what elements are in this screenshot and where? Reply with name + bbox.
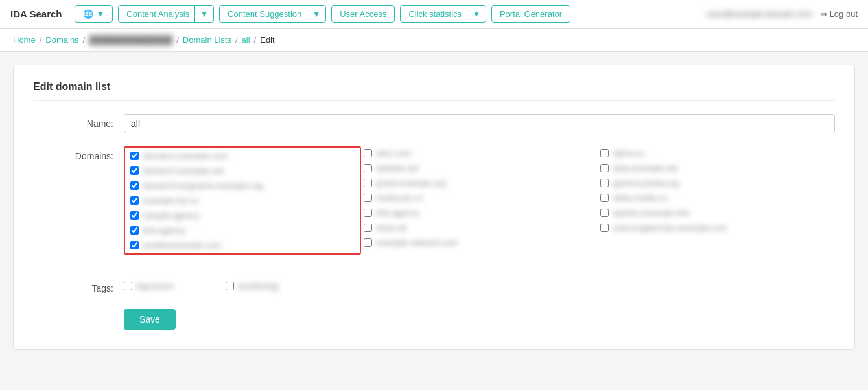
domain-checkbox-2-2[interactable]: [364, 164, 372, 172]
domain-label-3-6: zeta.longdomain.example.com: [613, 223, 727, 233]
breadcrumb-sep-3: /: [176, 35, 179, 45]
domain-checkbox-3-5[interactable]: [600, 209, 609, 217]
domain-label-1-6: test.agency: [143, 225, 186, 235]
breadcrumb-sep-1: /: [40, 35, 42, 45]
domain-checkbox-1-7[interactable]: [130, 241, 139, 249]
domain-label-2-1: site1.com: [376, 148, 412, 158]
domain-checkbox-2-3[interactable]: [364, 179, 372, 187]
user-access-button[interactable]: User Access: [331, 5, 395, 23]
domain-checkbox-1-2[interactable]: [130, 166, 139, 175]
tags-field: tag1name anothertag: [124, 281, 835, 291]
tag-item-2: anothertag: [226, 281, 278, 291]
tag-checkbox-2[interactable]: [226, 282, 234, 290]
domain-checkbox-3-1[interactable]: [600, 149, 609, 157]
domain-label-1-2: domain2.example.net: [143, 166, 223, 176]
main-content: Edit domain list Name: Domains: domain1.…: [0, 52, 868, 363]
breadcrumb-edit: Edit: [260, 35, 274, 45]
form-divider: [33, 268, 835, 268]
breadcrumb-sep-5: /: [254, 35, 257, 45]
domain-label-2-2: website.net: [376, 163, 419, 173]
domain-label-1-4: example.biz.co: [143, 196, 199, 205]
tag-checkbox-1[interactable]: [124, 282, 132, 290]
tag-item-1: tag1name: [124, 281, 174, 291]
user-email: user@example-domain.com: [707, 9, 812, 19]
domain-checkbox-3-4[interactable]: [600, 194, 609, 202]
domain-label-1-1: domain1.example.com: [143, 151, 228, 161]
logout-button[interactable]: ⇒ Log out: [820, 9, 858, 19]
domain-label-3-2: beta.example.net: [613, 163, 677, 173]
content-suggestion-button[interactable]: Content Suggestion: [219, 5, 310, 23]
breadcrumb-domain-lists[interactable]: Domain Lists: [183, 35, 231, 45]
domain-checkbox-2-6[interactable]: [364, 224, 372, 232]
list-item: test.agency: [128, 224, 357, 237]
breadcrumb-home[interactable]: Home: [13, 35, 36, 45]
domain-checkbox-1-4[interactable]: [130, 196, 139, 205]
list-item: epsilon.example.info: [598, 206, 835, 220]
name-label: Name:: [33, 114, 124, 133]
click-statistics-button[interactable]: Click statistics: [400, 5, 470, 23]
domain-checkbox-2-1[interactable]: [364, 149, 372, 157]
list-item: example.biz.co: [128, 194, 357, 207]
breadcrumb-domains[interactable]: Domains: [45, 35, 78, 45]
tags-row: Tags: tag1name anothertag: [33, 279, 835, 293]
domains-row: Domains: domain1.example.com domain2.exa…: [33, 146, 835, 255]
tag-label-2: anothertag: [238, 281, 278, 291]
domains-col-2: site1.com website.net portal.example.org: [361, 146, 598, 255]
content-analysis-button[interactable]: Content Analysis: [118, 5, 198, 23]
list-item: domain2.example.net: [128, 164, 357, 178]
list-item: gamma.portal.org: [598, 176, 835, 190]
list-item: media.biz.co: [361, 191, 598, 205]
tags-label: Tags:: [33, 279, 124, 293]
app-title: IDA Search: [10, 8, 62, 19]
domain-label-2-6: news.uk: [376, 223, 407, 233]
globe-dropdown-icon: ▼: [96, 9, 104, 19]
domains-label: Domains:: [33, 146, 124, 255]
globe-icon: 🌐: [83, 9, 93, 19]
domain-label-2-4: media.biz.co: [376, 193, 423, 203]
domain-label-3-5: epsilon.example.info: [613, 208, 690, 218]
breadcrumb-sep-4: /: [235, 35, 238, 45]
domain-checkbox-1-1[interactable]: [130, 152, 139, 160]
domain-checkbox-1-5[interactable]: [130, 211, 139, 220]
domains-col-3: alpha.co beta.example.net gamma.portal.o…: [598, 146, 835, 255]
domain-checkbox-3-2[interactable]: [600, 164, 609, 172]
domain-label-3-3: gamma.portal.org: [613, 178, 679, 188]
domain-checkbox-2-5[interactable]: [364, 209, 372, 217]
domains-grid: domain1.example.com domain2.example.net …: [124, 146, 835, 255]
domain-label-2-5: info.agency: [376, 208, 419, 218]
content-suggestion-group: Content Suggestion ▼: [219, 5, 326, 23]
breadcrumb-domain-name: ██████████████: [89, 35, 172, 45]
domain-checkbox-1-3[interactable]: [130, 181, 139, 190]
top-navigation: IDA Search 🌐 ▼ Content Analysis ▼ Conten…: [0, 0, 868, 29]
list-item: news.uk: [361, 221, 598, 235]
list-item: domain3.longname.example.org: [128, 179, 357, 192]
domain-label-3-1: alpha.co: [613, 148, 644, 158]
domains-field: domain1.example.com domain2.example.net …: [124, 146, 835, 255]
name-field-container: [124, 114, 835, 133]
list-item: example.network.com: [361, 236, 598, 249]
portal-generator-button[interactable]: Portal Generator: [491, 5, 570, 23]
list-item: site1.com: [361, 146, 598, 160]
domain-checkbox-2-4[interactable]: [364, 194, 372, 202]
domain-checkbox-3-3[interactable]: [600, 179, 609, 187]
list-item: zeta.longdomain.example.com: [598, 221, 835, 235]
domain-label-1-5: sample.agency: [143, 211, 199, 220]
breadcrumb-all[interactable]: all: [242, 35, 250, 45]
name-input[interactable]: [124, 114, 835, 133]
click-statistics-dropdown[interactable]: ▼: [467, 5, 486, 23]
domain-label-3-4: delta.media.co: [613, 193, 668, 203]
domain-label-2-7: example.network.com: [376, 238, 458, 247]
list-item: website.net: [361, 161, 598, 175]
content-analysis-dropdown[interactable]: ▼: [194, 5, 214, 23]
domain-checkbox-3-6[interactable]: [600, 224, 609, 232]
list-item: sample.agency: [128, 209, 357, 222]
globe-button[interactable]: 🌐 ▼: [75, 5, 113, 23]
save-button[interactable]: Save: [124, 309, 176, 330]
content-suggestion-dropdown[interactable]: ▼: [307, 5, 326, 23]
logout-icon: ⇒: [820, 9, 827, 19]
domain-checkbox-1-6[interactable]: [130, 226, 139, 235]
list-item: domain1.example.com: [128, 149, 357, 163]
logout-label: Log out: [830, 9, 858, 19]
tag-label-1: tag1name: [136, 281, 174, 291]
domain-checkbox-2-7[interactable]: [364, 238, 372, 247]
